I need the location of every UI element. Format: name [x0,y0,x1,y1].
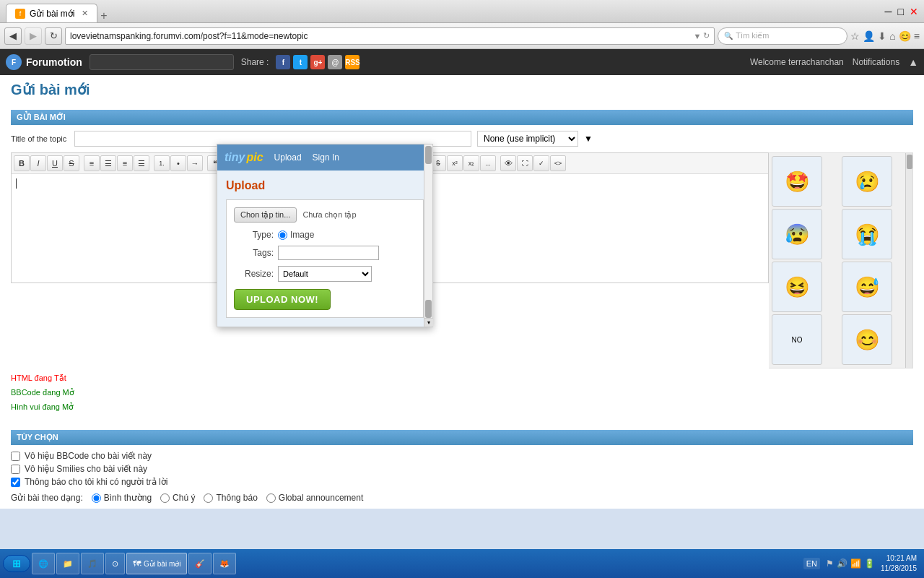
smiley-5[interactable]: 😆 [772,262,822,312]
taskbar: ⊞ 🌐 📁 🎵 ⊙ 🗺 Gửi bài mới 🎸 🦊 EN ⚑ 🔊 📶 🔋 1… [0,549,924,578]
close-btn[interactable]: ✕ [910,6,918,17]
indent-btn[interactable]: → [187,155,203,171]
type-announce-label[interactable]: Thông báo [204,493,257,503]
type-global-radio[interactable] [266,493,276,503]
maximize-btn[interactable]: □ [898,6,904,17]
notifications-btn[interactable]: Notifications [853,57,899,67]
email-icon[interactable]: @ [328,55,342,69]
bbcode-status: BBCode đang Mở [11,386,913,400]
sub-btn[interactable]: x₂ [463,155,479,171]
check1-checkbox[interactable] [11,452,20,461]
facebook-icon[interactable]: f [276,55,290,69]
type-normal-radio[interactable] [92,493,101,503]
strikethrough-btn[interactable]: S [64,155,79,171]
taskbar-chrome[interactable]: ⊙ [105,553,125,574]
menu-icon[interactable]: ≡ [914,30,920,42]
forward-btn[interactable]: ▶ [25,27,42,45]
smiley-2[interactable]: 😢 [842,156,892,207]
ellipsis-btn[interactable]: ... [480,155,496,171]
popup-scrollbar[interactable]: ▾ [424,144,432,327]
taskbar-explorer[interactable]: 📁 [56,553,79,574]
unordered-list-btn[interactable]: • [170,155,186,171]
active-tab[interactable]: f Gửi bài mới ✕ [6,4,97,22]
rss-icon[interactable]: RSS [345,55,359,69]
url-text: lovevietnamspanking.forumvi.com/post?f=1… [70,31,693,41]
type-global-label[interactable]: Global announcement [266,493,363,503]
align-center-btn[interactable]: ☰ [100,155,116,171]
taskbar-forum[interactable]: 🗺 Gửi bài mới [126,553,187,574]
choose-file-btn[interactable]: Chon tập tin... [234,207,297,223]
smiley-3[interactable]: 😰 [772,209,822,259]
smilies-status-text: Hình vui đang Mở [11,402,74,411]
new-tab-btn[interactable]: + [100,9,107,22]
taskbar-firefox-icon: 🦊 [219,559,230,569]
googleplus-icon[interactable]: g+ [310,55,325,69]
italic-btn[interactable]: I [30,155,46,171]
address-dropdown-icon[interactable]: ▼ [693,32,701,40]
bookmark-icon[interactable]: ☆ [850,30,860,42]
bold-btn[interactable]: B [14,155,30,171]
refresh-btn[interactable]: ↻ [45,27,62,45]
smiley-7[interactable]: 😊 [842,314,892,365]
type-announce-radio[interactable] [204,493,213,503]
address-bar[interactable]: lovevietnamspanking.forumvi.com/post?f=1… [65,27,715,45]
prefix-select[interactable]: None (use implicit) [477,131,578,147]
smilies-panel: 🤩 😢 😰 😭 😆 😅 NO 😊 [769,152,913,368]
twitter-icon[interactable]: t [293,55,308,69]
tinypic-title: Upload [226,179,424,192]
smiley-no[interactable]: NO [772,314,822,365]
editor-cursor [16,178,17,189]
address-refresh-icon[interactable]: ↻ [703,31,710,40]
ordered-list-btn[interactable]: 1. [154,155,170,171]
minimize-btn[interactable]: ─ [885,6,892,17]
popup-scroll-up[interactable] [425,146,432,164]
type-sticky-label[interactable]: Chú ý [160,493,195,503]
taskbar-music[interactable]: 🎸 [188,553,212,574]
forum-search[interactable] [90,54,234,70]
type-normal-label[interactable]: Bình thường [92,493,152,503]
tinypic-upload-link[interactable]: Upload [274,152,302,163]
align-justify-btn[interactable]: ☰ [134,155,149,171]
type-sticky-radio[interactable] [160,493,170,503]
user-icon[interactable]: 😊 [899,30,911,42]
check3-checkbox[interactable] [11,478,20,487]
upload-btn-row: UPLOAD NOW! [234,289,416,310]
type-image-option: Image [278,230,314,240]
smiley-6[interactable]: 😅 [842,262,892,312]
start-button[interactable]: ⊞ [3,555,30,572]
tab-close-btn[interactable]: ✕ [82,9,88,18]
fullscreen-btn[interactable]: ⛶ [517,155,533,171]
download-icon[interactable]: ⬇ [878,30,886,42]
back-btn[interactable]: ◀ [4,27,22,45]
sidebar-scrollbar[interactable] [905,153,912,368]
forum-search-input[interactable] [90,54,234,70]
popup-scroll-corner[interactable]: ▾ [424,318,433,327]
prefix-dropdown-icon[interactable]: ▼ [584,134,593,144]
scroll-up-btn[interactable]: ▲ [908,56,918,68]
preview-btn[interactable]: 👁 [500,155,516,171]
taskbar-firefox[interactable]: 🦊 [213,553,236,574]
resize-select[interactable]: Default [278,266,372,282]
sup-btn[interactable]: x² [447,155,463,171]
scrollbar-thumb[interactable] [907,155,912,169]
underline-btn[interactable]: U [47,155,63,171]
spell-btn[interactable]: ✓ [533,155,549,171]
tags-input[interactable] [278,246,379,260]
browser-search-bar[interactable]: 🔍 Tìm kiếm [718,27,847,45]
taskbar-media[interactable]: 🎵 [81,553,104,574]
check2-checkbox[interactable] [11,465,20,474]
forumotion-logo: F Forumotion [6,54,82,70]
options-header: TÙY CHỌN [11,430,913,445]
tinypic-signin-link[interactable]: Sign In [313,152,339,163]
type-image-radio[interactable] [278,230,287,240]
source-btn[interactable]: <> [550,155,566,171]
smiley-4[interactable]: 😭 [842,209,892,259]
taskbar-ie[interactable]: 🌐 [32,553,55,574]
align-left-btn[interactable]: ≡ [84,155,100,171]
home-icon[interactable]: ⌂ [889,30,895,42]
upload-now-btn[interactable]: UPLOAD NOW! [234,289,331,310]
account-icon[interactable]: 👤 [863,30,875,42]
align-right-btn[interactable]: ≡ [117,155,133,171]
popup-scroll-down[interactable] [425,300,432,318]
smiley-1[interactable]: 🤩 [772,156,822,207]
